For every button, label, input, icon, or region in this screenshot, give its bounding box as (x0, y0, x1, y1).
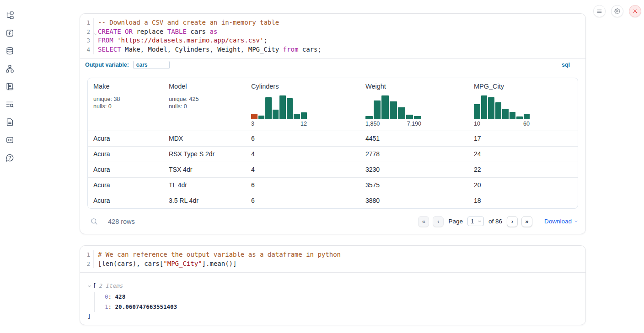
column-header-make[interactable]: Make unique: 38 nulls: 0 (88, 78, 163, 131)
output-variable-label: Output variable: (85, 62, 129, 68)
histogram-bar (374, 100, 381, 119)
download-button[interactable]: Download (544, 218, 578, 225)
line-number: 2 (80, 259, 94, 269)
previous-page-icon[interactable]: ‹ (433, 216, 444, 227)
network-icon[interactable] (5, 63, 15, 74)
last-page-icon[interactable]: » (521, 216, 532, 227)
table-row: Acura TSX 4dr 4 3230 22 (88, 162, 578, 177)
cylinders-histogram: 3 12 (251, 95, 307, 127)
mpg-city-histogram: 10 60 (474, 95, 530, 127)
histogram-bar (406, 115, 413, 119)
rows-count: 428 rows (108, 218, 135, 225)
text-search-icon[interactable] (5, 99, 15, 109)
histogram-bar (502, 109, 509, 119)
table-header-row: Make unique: 38 nulls: 0 Model unique: 4… (88, 78, 578, 131)
cell-sql: 1 -- Download a CSV and create an in-mem… (80, 13, 586, 234)
list-item: 1: 20.060747663551403 (105, 302, 578, 312)
file-tree-icon[interactable] (5, 10, 15, 20)
table-row: Acura 3.5 RL 4dr 6 3880 18 (88, 193, 578, 208)
histogram-bar (381, 95, 389, 119)
hist-max-label: 7,190 (407, 121, 421, 127)
histogram-bar (301, 112, 307, 119)
line-number: 3 (80, 36, 94, 45)
histogram-bar (495, 102, 502, 119)
table-footer: 428 rows « ‹ Page 1 of 86 › » Download (87, 214, 578, 229)
cell-python: 1 # We can reference the output variable… (80, 245, 586, 325)
page-select[interactable]: 1 (467, 217, 484, 226)
code-line: 1 -- Download a CSV and create an in-mem… (80, 18, 585, 27)
histogram-bar (524, 114, 530, 119)
hist-min-label: 10 (474, 121, 480, 127)
stat-nulls: nulls: 0 (93, 103, 158, 111)
histogram-bar (488, 97, 494, 119)
code-line: 4 SELECT Make, Model, Cylinders, Weight,… (80, 45, 585, 54)
table-row: Acura MDX 6 4451 17 (88, 131, 578, 146)
output-variable-input[interactable] (133, 61, 170, 69)
column-header-weight[interactable]: Weight 1,850 7,190 (360, 78, 468, 131)
code-line: 1 # We can reference the output variable… (80, 250, 585, 259)
chevron-down-icon (574, 218, 578, 225)
menu-icon[interactable] (593, 5, 606, 17)
histogram-bar (287, 98, 293, 119)
help-icon[interactable] (5, 153, 15, 163)
database-icon[interactable] (5, 46, 15, 56)
line-number: 4 (80, 45, 94, 54)
chevron-down-icon (478, 219, 482, 223)
histogram-bar (279, 95, 286, 119)
page-label: Page (448, 218, 463, 225)
histogram-bar (294, 114, 300, 119)
code-line: 2 [len(cars), cars["MPG_City"].mean()] (80, 259, 585, 269)
line-number: 1 (80, 18, 94, 27)
next-page-icon[interactable]: › (507, 216, 518, 227)
collapse-chevron-icon[interactable] (87, 284, 93, 288)
first-page-icon[interactable]: « (418, 216, 429, 227)
table-row: Acura RSX Type S 2dr 4 2778 24 (88, 146, 578, 162)
code-snippets-icon[interactable] (5, 135, 15, 145)
scroll-icon[interactable] (5, 81, 15, 91)
stat-unique: unique: 38 (93, 95, 158, 103)
histogram-bar (390, 101, 397, 119)
close-icon[interactable] (629, 5, 641, 17)
histogram-bar (251, 114, 258, 119)
histogram-bar (474, 104, 480, 119)
notebook-actions (593, 5, 641, 17)
line-number: 2 (80, 27, 94, 37)
hist-max-label: 60 (523, 121, 530, 127)
histogram-bar (365, 116, 373, 119)
close-bracket: ] (87, 313, 578, 320)
helper-sidebar (5, 10, 15, 163)
table-row: Acura TL 4dr 6 3575 20 (88, 177, 578, 193)
list-item: 0: 428 (105, 292, 578, 302)
histogram-bar (258, 116, 265, 119)
column-header-mpg-city[interactable]: MPG_City 10 60 (468, 78, 578, 131)
search-icon[interactable] (90, 217, 98, 225)
hist-max-label: 12 (301, 121, 307, 127)
document-icon[interactable] (5, 117, 15, 127)
histogram-bar (510, 112, 516, 119)
stat-nulls: nulls: 0 (169, 103, 240, 111)
fold-chevron-icon[interactable] (94, 30, 97, 33)
hist-min-label: 1,850 (365, 121, 380, 127)
sql-code-editor[interactable]: 1 -- Download a CSV and create an in-mem… (80, 14, 585, 58)
python-code-editor[interactable]: 1 # We can reference the output variable… (80, 246, 585, 272)
histogram-bar (516, 116, 523, 119)
dataframe-table: Make unique: 38 nulls: 0 Model unique: 4… (87, 78, 578, 209)
list-output-tree: [ 2 Items 0: 428 1: 20.060747663551403 ] (80, 273, 585, 326)
histogram-bar (273, 110, 279, 119)
column-header-model[interactable]: Model unique: 425 nulls: 0 (163, 78, 246, 131)
tree-items: 0: 428 1: 20.060747663551403 (94, 292, 578, 312)
open-bracket: [ (93, 282, 97, 290)
items-count: 2 Items (99, 282, 123, 290)
pagination: « ‹ Page 1 of 86 › » Download (418, 216, 578, 227)
language-badge[interactable]: sql (562, 62, 570, 68)
stat-unique: unique: 425 (169, 95, 240, 103)
column-header-cylinders[interactable]: Cylinders 3 12 (246, 78, 360, 131)
code-line: 3 FROM 'https://datasets.marimo.app/cars… (80, 36, 585, 45)
line-number: 1 (80, 250, 94, 259)
weight-histogram: 1,850 7,190 (365, 95, 421, 127)
histogram-bar (414, 116, 421, 119)
settings-gear-icon[interactable] (611, 5, 623, 17)
histogram-bar (481, 95, 488, 119)
function-icon[interactable] (5, 28, 15, 38)
hist-min-label: 3 (251, 121, 254, 127)
